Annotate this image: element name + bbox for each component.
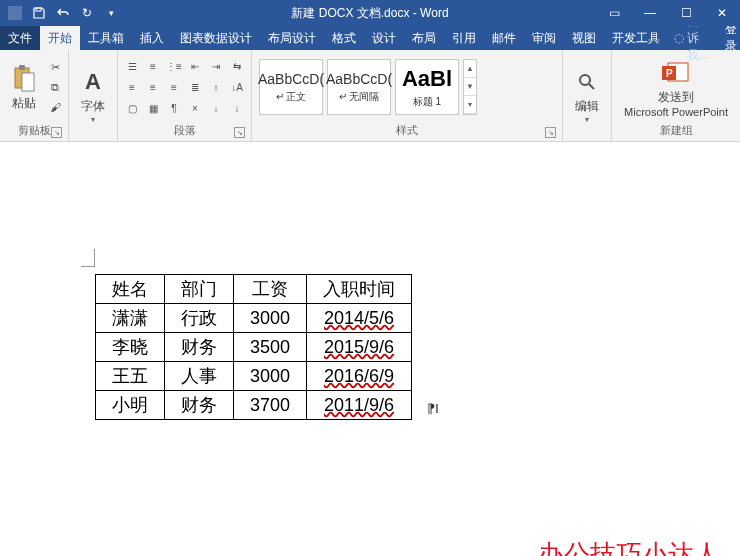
ribbon: 粘贴 ✂ ⧉ 🖌 剪贴板↘ A 字体 ▾ ☰ ≡ ⋮≡ ⇤: [0, 50, 740, 142]
table-cell[interactable]: 李晓: [96, 333, 165, 362]
table-cell[interactable]: 小明: [96, 391, 165, 420]
align-justify-icon[interactable]: ≣: [185, 77, 205, 97]
group-font: A 字体 ▾: [69, 50, 118, 141]
style-heading1[interactable]: AaBl 标题 1: [395, 59, 459, 115]
table-cell[interactable]: 2016/6/9: [307, 362, 412, 391]
sort-icon[interactable]: ↓A: [227, 77, 247, 97]
tab-design[interactable]: 设计: [364, 26, 404, 50]
table-header[interactable]: 入职时间: [307, 275, 412, 304]
paragraph-group-label: 段落: [174, 124, 196, 136]
paragraph-launcher-icon[interactable]: ↘: [234, 127, 245, 138]
paste-icon: [8, 63, 40, 95]
tab-home[interactable]: 开始: [40, 26, 80, 50]
tab-layout[interactable]: 布局: [404, 26, 444, 50]
font-button[interactable]: A 字体 ▾: [73, 64, 113, 126]
align-right-icon[interactable]: ≡: [164, 77, 184, 97]
clipboard-launcher-icon[interactable]: ↘: [51, 127, 62, 138]
asian-layout-icon[interactable]: ×: [185, 98, 205, 118]
tab-insert[interactable]: 插入: [132, 26, 172, 50]
borders-icon[interactable]: ▦: [143, 98, 163, 118]
copy-icon[interactable]: ⧉: [46, 78, 64, 96]
table-cell[interactable]: 2015/9/6: [307, 333, 412, 362]
styles-down-icon[interactable]: ▼: [464, 78, 476, 96]
minimize-icon[interactable]: —: [632, 0, 668, 26]
login-link[interactable]: 登录: [715, 26, 740, 50]
tab-format[interactable]: 格式: [324, 26, 364, 50]
send-to-ppt-button[interactable]: P 发送到 Microsoft PowerPoint: [616, 55, 736, 120]
para-misc2-icon[interactable]: ↓: [227, 98, 247, 118]
table-cell[interactable]: 3700: [234, 391, 307, 420]
ruler-corner: [81, 249, 95, 267]
document-area[interactable]: 姓名 部门 工资 入职时间 潇潇 行政 3000 2014/5/6 李晓 财务 …: [0, 142, 740, 556]
table-row: 王五 人事 3000 2016/6/9: [96, 362, 412, 391]
tab-developer[interactable]: 开发工具: [604, 26, 668, 50]
line-spacing-icon[interactable]: ↕: [206, 77, 226, 97]
paste-button[interactable]: 粘贴: [4, 61, 44, 114]
tell-me[interactable]: ◌ 告诉我...: [668, 26, 715, 50]
styles-scroll: ▲ ▼ ▾: [463, 59, 477, 115]
table-header[interactable]: 工资: [234, 275, 307, 304]
svg-line-7: [589, 84, 594, 89]
table-header[interactable]: 部门: [165, 275, 234, 304]
shading-icon[interactable]: ▢: [122, 98, 142, 118]
styles-more-icon[interactable]: ▾: [464, 96, 476, 114]
table-cell[interactable]: 3500: [234, 333, 307, 362]
window-controls: ▭ — ☐ ✕: [596, 0, 740, 26]
save-icon[interactable]: [28, 2, 50, 24]
tab-mailings[interactable]: 邮件: [484, 26, 524, 50]
table-cell[interactable]: 2014/5/6: [307, 304, 412, 333]
align-left-icon[interactable]: ≡: [122, 77, 142, 97]
quick-access-toolbar: ↻ ▾: [0, 2, 122, 24]
bullets-icon[interactable]: ☰: [122, 56, 142, 76]
tab-chart-data[interactable]: 图表数据设计: [172, 26, 260, 50]
tab-layout-design[interactable]: 布局设计: [260, 26, 324, 50]
indent-right-icon[interactable]: ⇥: [206, 56, 226, 76]
maximize-icon[interactable]: ☐: [668, 0, 704, 26]
table-cell[interactable]: 2011/9/6⁋Ⅰ: [307, 391, 412, 420]
table-header[interactable]: 姓名: [96, 275, 165, 304]
tab-view[interactable]: 视图: [564, 26, 604, 50]
table-cell[interactable]: 人事: [165, 362, 234, 391]
svg-rect-2: [36, 8, 41, 11]
window-title: 新建 DOCX 文档.docx - Word: [291, 5, 448, 22]
find-icon: [571, 66, 603, 98]
styles-up-icon[interactable]: ▲: [464, 60, 476, 78]
tab-file[interactable]: 文件: [0, 26, 40, 50]
paste-label: 粘贴: [12, 95, 36, 112]
styles-group-label: 样式: [396, 124, 418, 136]
ribbon-options-icon[interactable]: ▭: [596, 0, 632, 26]
table-cell[interactable]: 行政: [165, 304, 234, 333]
svg-rect-1: [8, 6, 22, 20]
redo-icon[interactable]: ↻: [76, 2, 98, 24]
cut-icon[interactable]: ✂: [46, 58, 64, 76]
format-painter-icon[interactable]: 🖌: [46, 98, 64, 116]
send-to-label: 发送到: [658, 89, 694, 106]
indent-more-icon[interactable]: ⇆: [227, 56, 247, 76]
table-cell[interactable]: 财务: [165, 333, 234, 362]
style-normal[interactable]: AaBbCcD( ↵ 正文: [259, 59, 323, 115]
style-no-spacing[interactable]: AaBbCcD( ↵ 无间隔: [327, 59, 391, 115]
close-icon[interactable]: ✕: [704, 0, 740, 26]
table-cell[interactable]: 3000: [234, 362, 307, 391]
undo-icon[interactable]: [52, 2, 74, 24]
table-cell[interactable]: 财务: [165, 391, 234, 420]
word-icon[interactable]: [4, 2, 26, 24]
numbering-icon[interactable]: ≡: [143, 56, 163, 76]
styles-launcher-icon[interactable]: ↘: [545, 127, 556, 138]
table-cell[interactable]: 潇潇: [96, 304, 165, 333]
tab-toolbox[interactable]: 工具箱: [80, 26, 132, 50]
para-misc1-icon[interactable]: ↓: [206, 98, 226, 118]
document-page: 姓名 部门 工资 入职时间 潇潇 行政 3000 2014/5/6 李晓 财务 …: [95, 274, 412, 420]
tab-references[interactable]: 引用: [444, 26, 484, 50]
tab-review[interactable]: 审阅: [524, 26, 564, 50]
document-table[interactable]: 姓名 部门 工资 入职时间 潇潇 行政 3000 2014/5/6 李晓 财务 …: [95, 274, 412, 420]
table-cell[interactable]: 王五: [96, 362, 165, 391]
newgroup-label: 新建组: [660, 124, 693, 136]
table-cell[interactable]: 3000: [234, 304, 307, 333]
qat-more-icon[interactable]: ▾: [100, 2, 122, 24]
show-marks-icon[interactable]: ¶: [164, 98, 184, 118]
indent-left-icon[interactable]: ⇤: [185, 56, 205, 76]
align-center-icon[interactable]: ≡: [143, 77, 163, 97]
multilevel-icon[interactable]: ⋮≡: [164, 56, 184, 76]
editing-button[interactable]: 编辑 ▾: [567, 64, 607, 126]
